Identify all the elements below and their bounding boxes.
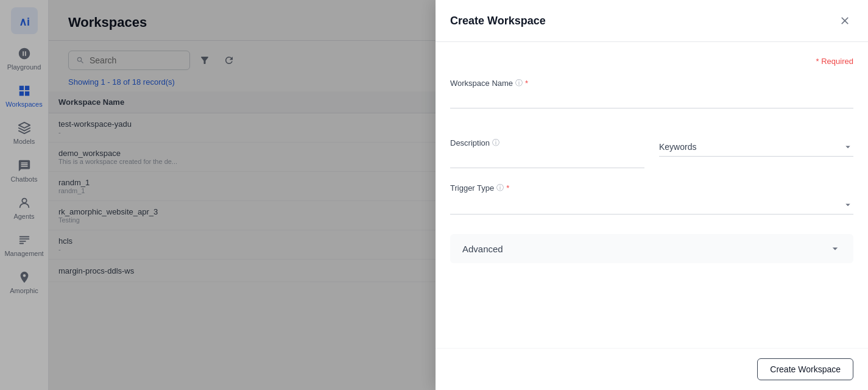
- modal-body: * Required Workspace Name ⓘ * Descriptio…: [436, 42, 868, 348]
- modal-close-button[interactable]: [836, 12, 853, 29]
- description-group: Description ⓘ: [450, 138, 644, 168]
- trigger-type-select[interactable]: [450, 196, 853, 214]
- workspace-name-label: Workspace Name ⓘ *: [450, 78, 853, 88]
- workspace-name-input[interactable]: [450, 91, 853, 108]
- description-info-icon: ⓘ: [492, 138, 499, 148]
- create-workspace-modal: Create Workspace * Required Workspace Na…: [436, 0, 868, 390]
- modal-overlay: Create Workspace * Required Workspace Na…: [0, 0, 868, 390]
- trigger-type-group: Trigger Type ⓘ *: [450, 183, 853, 214]
- keywords-group: Keywords: [659, 138, 853, 168]
- trigger-chevron-icon: [842, 199, 853, 210]
- modal-footer: Create Workspace: [436, 348, 868, 390]
- workspace-name-group: Workspace Name ⓘ *: [450, 78, 853, 123]
- modal-title: Create Workspace: [450, 15, 546, 27]
- description-label: Description ⓘ: [450, 138, 644, 148]
- trigger-info-icon: ⓘ: [496, 183, 504, 193]
- desc-keywords-row: Description ⓘ Keywords: [450, 138, 853, 168]
- description-input[interactable]: [450, 151, 644, 168]
- keywords-chevron-icon: [842, 141, 853, 152]
- create-workspace-button[interactable]: Create Workspace: [757, 358, 853, 380]
- trigger-type-label: Trigger Type ⓘ *: [450, 183, 853, 193]
- advanced-chevron-icon: [829, 243, 841, 255]
- close-icon: [839, 15, 851, 27]
- advanced-label: Advanced: [462, 244, 503, 254]
- advanced-section[interactable]: Advanced: [450, 234, 853, 263]
- modal-header: Create Workspace: [436, 0, 868, 42]
- required-note: * Required: [450, 57, 853, 66]
- keywords-select[interactable]: Keywords: [659, 138, 853, 157]
- workspace-name-info-icon: ⓘ: [515, 78, 523, 88]
